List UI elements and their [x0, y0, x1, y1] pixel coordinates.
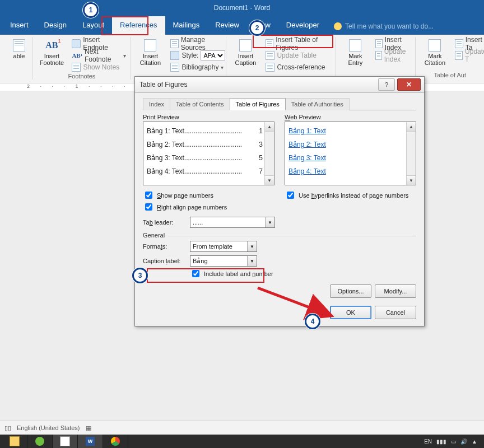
tray-lang[interactable]: EN — [424, 438, 432, 445]
cancel-button[interactable]: Cancel — [375, 306, 416, 319]
insert-caption-button[interactable]: Insert Caption — [230, 38, 261, 73]
group-title-footnotes: Footnotes — [36, 73, 127, 81]
system-tray: EN ▮▮▮ ▭ 🔊 ▲ — [424, 438, 482, 445]
chrome-icon — [111, 437, 120, 446]
dialog-close-button[interactable]: ✕ — [397, 78, 421, 91]
endnote-icon — [72, 39, 81, 48]
tab-mailings[interactable]: Mailings — [165, 16, 208, 35]
insert-footnote-label: Insert Footnote — [40, 53, 64, 66]
web-preview-scrollbar[interactable]: ▲▼ — [406, 122, 416, 185]
callout-4: 4 — [305, 314, 320, 329]
macro-icon[interactable]: ▦ — [86, 424, 91, 432]
web-preview-line[interactable]: Bảng 4: Text — [288, 165, 404, 178]
notes-icon — [72, 63, 81, 72]
dialog-help-button[interactable]: ? — [378, 78, 395, 91]
right-align-checkbox[interactable]: Right align page numbers — [143, 202, 274, 212]
dialog-tab-toc[interactable]: Table of Contents — [170, 98, 230, 110]
use-hyperlinks-checkbox[interactable]: Use hyperlinks instead of page numbers — [285, 190, 416, 200]
modify-button[interactable]: Modify... — [375, 284, 416, 298]
cross-reference-button[interactable]: Cross-reference — [264, 62, 332, 73]
style-icon — [170, 51, 179, 60]
dialog-tab-index[interactable]: Index — [143, 98, 170, 110]
tab-insert[interactable]: Insert — [2, 16, 36, 35]
taskbar-word[interactable]: W — [78, 435, 103, 448]
update-ta-icon — [455, 51, 463, 60]
taskbar-explorer[interactable] — [2, 435, 27, 448]
biblio-icon — [170, 63, 179, 72]
caption-icon — [239, 39, 252, 52]
tab-developer[interactable]: Developer — [278, 16, 327, 35]
caption-label-combo[interactable]: Bảng▼ — [190, 255, 257, 267]
update-index-button[interactable]: Update Index — [374, 50, 412, 61]
tab-design[interactable]: Design — [36, 16, 75, 35]
web-preview-line[interactable]: Bảng 2: Text — [288, 138, 404, 151]
dialog-table-of-figures: Table of Figures ? ✕ Index Table of Cont… — [134, 76, 425, 326]
next-footnote-button[interactable]: AB¹Next Footnote▾ — [71, 50, 127, 61]
options-button[interactable]: Options... — [330, 284, 371, 298]
tab-leader-combo[interactable]: ......▼ — [190, 217, 275, 228]
print-preview-box: Bảng 1: Text............................… — [143, 122, 274, 185]
manage-sources-button[interactable]: Manage Sources — [169, 38, 226, 49]
dialog-tab-tof[interactable]: Table of Figures — [230, 98, 286, 110]
show-page-numbers-checkbox[interactable]: Show page numbers — [143, 190, 274, 200]
tab-layout[interactable]: Layout — [75, 16, 112, 35]
update-table-button[interactable]: Update Table — [264, 50, 332, 61]
update-ta-button[interactable]: Update T — [454, 50, 484, 61]
tray-chevron-icon[interactable]: ▲ — [472, 438, 477, 445]
print-preview-line: Bảng 1: Text............................… — [147, 124, 263, 138]
show-notes-button[interactable]: Show Notes — [71, 62, 127, 73]
bulb-icon — [334, 22, 342, 30]
insert-footnote-button[interactable]: AB 1 Insert Footnote — [36, 38, 67, 73]
tray-network-icon[interactable]: ▮▮▮ — [436, 438, 446, 445]
tof-icon — [266, 39, 273, 48]
taskbar-app-1[interactable] — [27, 435, 53, 448]
mark-entry-button[interactable]: Mark Entry — [339, 38, 371, 72]
dialog-titlebar[interactable]: Table of Figures ? ✕ — [135, 77, 424, 93]
chevron-down-icon: ▾ — [221, 64, 224, 71]
tell-me[interactable]: Tell me what you want to do... — [334, 22, 434, 35]
chevron-down-icon: ▼ — [265, 217, 274, 227]
web-preview-line[interactable]: Bảng 3: Text — [288, 151, 404, 165]
dialog-tab-toa[interactable]: Table of Authorities — [285, 98, 350, 110]
callout-3: 3 — [132, 268, 148, 283]
taskbar: W EN ▮▮▮ ▭ 🔊 ▲ — [0, 435, 484, 448]
dialog-tabs: Index Table of Contents Table of Figures… — [143, 97, 416, 110]
chevron-down-icon: ▾ — [123, 53, 126, 59]
dialog-title: Table of Figures — [139, 81, 187, 88]
ab-icon: AB — [45, 40, 58, 50]
group-title-ta: Table of Aut — [419, 72, 481, 80]
style-select[interactable]: APA — [201, 50, 225, 60]
taskbar-notepad[interactable] — [53, 435, 78, 448]
tab-references[interactable]: References — [112, 16, 165, 35]
status-language[interactable]: English (United States) — [17, 424, 80, 431]
folder-icon — [10, 436, 20, 446]
include-label-checkbox[interactable]: Include label and number — [190, 268, 416, 279]
print-preview-scrollbar[interactable]: ▲▼ — [264, 122, 274, 185]
tray-volume-icon[interactable]: 🔊 — [460, 438, 467, 445]
insert-table-of-figures-button[interactable]: Insert Table of Figures — [264, 38, 332, 49]
mark-entry-icon — [349, 39, 361, 52]
status-bar: ▯▯ English (United States) ▦ — [0, 421, 484, 435]
tray-battery-icon[interactable]: ▭ — [451, 438, 456, 445]
toc-button[interactable]: able — [3, 38, 35, 72]
mark-citation-button[interactable]: Mark Citation — [419, 38, 450, 72]
ta-icon — [455, 39, 463, 48]
note-icon — [60, 436, 70, 446]
tab-leader-label: Tab leader: — [143, 219, 187, 226]
group-title-toc — [3, 72, 29, 80]
style-button[interactable]: Style: APA — [169, 50, 226, 61]
print-preview-label: Print Preview — [143, 114, 274, 120]
update-icon — [266, 51, 274, 60]
web-preview-label: Web Preview — [285, 114, 416, 120]
index-icon — [375, 39, 382, 48]
insert-citation-button[interactable]: Insert Citation — [134, 38, 166, 73]
bibliography-button[interactable]: Bibliography▾ — [169, 62, 226, 73]
web-preview-line[interactable]: Bảng 1: Text — [288, 124, 404, 138]
taskbar-chrome[interactable] — [103, 435, 128, 448]
tab-review[interactable]: Review — [207, 16, 247, 35]
ok-button[interactable]: OK — [330, 306, 371, 319]
citation-icon — [144, 39, 156, 52]
formats-combo[interactable]: From template▼ — [190, 241, 257, 252]
mark-citation-icon — [429, 39, 441, 52]
chevron-down-icon: ▼ — [247, 241, 257, 251]
